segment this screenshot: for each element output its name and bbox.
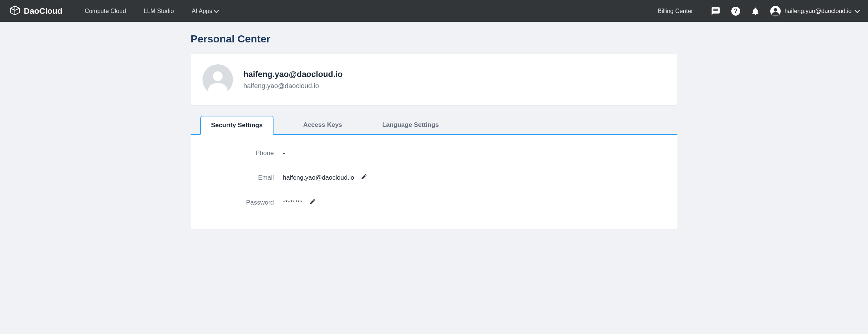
chevron-down-icon <box>855 7 860 13</box>
email-value-container: haifeng.yao@daocloud.io <box>283 173 367 182</box>
main-content: Personal Center haifeng.yao@daocloud.io … <box>191 22 677 240</box>
profile-card: haifeng.yao@daocloud.io haifeng.yao@daoc… <box>191 54 677 105</box>
profile-avatar <box>203 64 233 95</box>
nav-billing-label: Billing Center <box>658 8 693 15</box>
nav-llm-label: LLM Studio <box>144 8 174 15</box>
nav-billing-center[interactable]: Billing Center <box>658 8 693 15</box>
bell-icon <box>751 7 760 16</box>
daocloud-logo-icon <box>9 5 21 17</box>
pencil-icon <box>361 173 367 180</box>
nav-ai-apps[interactable]: AI Apps <box>192 8 218 15</box>
tab-access-keys[interactable]: Access Keys <box>293 116 353 135</box>
help-icon: ? <box>731 6 741 16</box>
profile-display-name: haifeng.yao@daocloud.io <box>243 70 343 79</box>
email-label: Email <box>208 174 283 182</box>
tab-content-security: Phone - Email haifeng.yao@daocloud.io <box>191 135 677 229</box>
password-label: Password <box>208 199 283 206</box>
brand-name: DaoCloud <box>24 6 62 16</box>
edit-password-button[interactable] <box>309 198 316 207</box>
phone-label: Phone <box>208 150 283 157</box>
password-value: ******** <box>283 199 302 206</box>
nav-compute-label: Compute Cloud <box>85 8 126 15</box>
tabs: Security Settings Access Keys Language S… <box>191 116 677 135</box>
tab-security-settings[interactable]: Security Settings <box>200 116 273 135</box>
avatar-icon <box>203 64 233 95</box>
phone-value: - <box>283 150 285 157</box>
field-row-email: Email haifeng.yao@daocloud.io <box>208 173 660 182</box>
brand-logo[interactable]: DaoCloud <box>9 5 62 17</box>
header-right: Billing Center ? haifeng.yao@daoclou <box>658 6 859 16</box>
help-button[interactable]: ? <box>731 6 741 16</box>
nav-compute-cloud[interactable]: Compute Cloud <box>85 8 126 15</box>
page-title: Personal Center <box>191 33 677 45</box>
nav-llm-studio[interactable]: LLM Studio <box>144 8 174 15</box>
profile-email: haifeng.yao@daocloud.io <box>243 82 343 90</box>
top-header: DaoCloud Compute Cloud LLM Studio AI App… <box>0 0 868 22</box>
phone-value-container: - <box>283 150 285 157</box>
field-row-phone: Phone - <box>208 150 660 157</box>
profile-info: haifeng.yao@daocloud.io haifeng.yao@daoc… <box>243 70 343 90</box>
user-email-label: haifeng.yao@daocloud.io <box>784 8 852 15</box>
user-menu[interactable]: haifeng.yao@daocloud.io <box>770 6 859 16</box>
password-value-container: ******** <box>283 198 316 207</box>
message-icon <box>711 6 720 16</box>
pencil-icon <box>309 198 316 205</box>
tabs-container: Security Settings Access Keys Language S… <box>191 116 677 229</box>
svg-text:?: ? <box>734 7 738 14</box>
tab-language-settings[interactable]: Language Settings <box>372 116 449 135</box>
nav-aiapps-label: AI Apps <box>192 8 212 15</box>
field-row-password: Password ******** <box>208 198 660 207</box>
main-nav: Compute Cloud LLM Studio AI Apps <box>85 8 658 15</box>
svg-point-5 <box>213 71 223 81</box>
edit-email-button[interactable] <box>361 173 367 182</box>
user-avatar-icon <box>770 6 781 16</box>
email-value: haifeng.yao@daocloud.io <box>283 174 354 182</box>
chevron-down-icon <box>214 7 219 13</box>
svg-point-3 <box>774 8 777 11</box>
messages-button[interactable] <box>711 6 720 16</box>
notifications-button[interactable] <box>751 7 760 16</box>
